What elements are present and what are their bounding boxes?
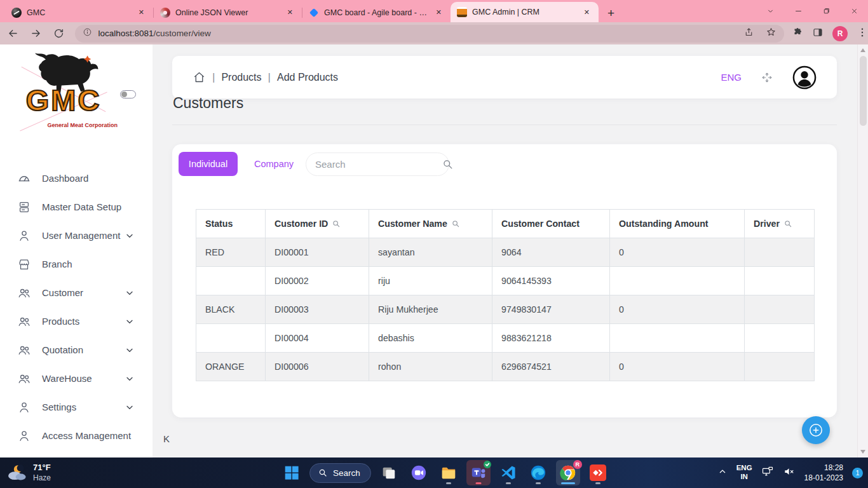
table-row[interactable]: BLACKDI00003Riju Mukherjee97498301470 <box>196 295 815 324</box>
search-input[interactable] <box>315 159 442 170</box>
tab-close-icon[interactable]: ✕ <box>433 7 444 18</box>
sidebar-item-dashboard[interactable]: Dashboard <box>0 164 153 193</box>
table-cell <box>196 267 266 295</box>
address-bar[interactable]: localhost:8081/customer/view <box>75 25 784 43</box>
breadcrumb-products[interactable]: Products <box>221 72 261 83</box>
column-search-icon[interactable] <box>332 219 341 228</box>
column-search-icon[interactable] <box>783 219 792 228</box>
chevron-down-icon[interactable] <box>125 345 135 355</box>
taskbar-search[interactable]: Search <box>309 463 371 483</box>
browser-tab[interactable]: Online JSON Viewer✕ <box>154 3 302 22</box>
column-search-icon[interactable] <box>451 219 460 228</box>
tab-individual[interactable]: Individual <box>179 152 238 176</box>
mute-speaker-icon[interactable] <box>783 465 796 480</box>
browser-profile-avatar[interactable]: R <box>832 26 848 41</box>
chevron-down-icon[interactable] <box>125 316 135 327</box>
tab-close-icon[interactable]: ✕ <box>581 7 592 18</box>
sidebar-item-label: User Management <box>42 230 125 241</box>
taskbar-edge-icon[interactable] <box>526 460 550 485</box>
browser-tab[interactable]: GMC Admin | CRM✕ <box>451 2 599 22</box>
add-customer-fab[interactable] <box>802 416 830 444</box>
network-icon[interactable] <box>761 465 774 480</box>
site-info-icon[interactable] <box>83 27 92 39</box>
sidebar-item-branch[interactable]: Branch <box>0 250 153 278</box>
browser-tab[interactable]: GMC✕ <box>5 3 153 22</box>
new-tab-button[interactable]: + <box>607 7 614 19</box>
language-selector[interactable]: ENG <box>721 72 742 83</box>
search-icon[interactable] <box>442 158 454 170</box>
sidebar-item-quotation[interactable]: Quotation <box>0 336 153 364</box>
tray-language[interactable]: ENG IN <box>736 464 752 482</box>
sidebar-item-warehouse[interactable]: WareHouse <box>0 364 153 393</box>
forward-button[interactable] <box>27 24 46 43</box>
close-window-button[interactable] <box>840 0 868 22</box>
taskbar-quick-share-icon[interactable] <box>586 460 610 485</box>
chevron-down-icon[interactable] <box>125 288 135 298</box>
sidebar-item-customer[interactable]: Customer <box>0 278 153 307</box>
reload-button[interactable] <box>50 24 69 43</box>
breadcrumb-separator: | <box>212 71 215 84</box>
chevron-down-icon[interactable] <box>125 231 135 241</box>
weather-icon <box>6 464 28 482</box>
tab-favicon <box>160 8 170 18</box>
notification-badge[interactable]: 1 <box>852 468 863 478</box>
taskbar-teams-icon[interactable] <box>466 460 491 485</box>
app-header: | Products | Add Products ENG <box>172 56 837 98</box>
scroll-up-icon[interactable] <box>860 48 865 52</box>
sidebar-item-master-data-setup[interactable]: Master Data Setup <box>0 193 153 221</box>
user-avatar-icon[interactable] <box>792 65 817 90</box>
tab-close-icon[interactable]: ✕ <box>285 7 295 18</box>
presence-check-badge <box>484 461 491 468</box>
maximize-button[interactable] <box>812 0 840 22</box>
taskbar-vscode-icon[interactable] <box>496 460 520 485</box>
table-row[interactable]: DI00002riju9064145393 <box>196 267 815 295</box>
table-cell <box>745 324 815 353</box>
table-row[interactable]: REDDI00001sayantan90640 <box>196 238 815 267</box>
gmc-logo: GMC General Meat Corporation <box>0 51 153 146</box>
side-panel-icon[interactable] <box>812 27 824 41</box>
chevron-down-icon[interactable] <box>125 402 135 412</box>
scroll-down-icon[interactable] <box>860 450 865 454</box>
clock[interactable]: 18:28 18-01-2023 <box>804 463 843 483</box>
sidebar-toggle[interactable] <box>120 90 136 98</box>
taskbar-chrome-icon[interactable]: R <box>556 460 580 485</box>
home-icon[interactable] <box>193 71 206 84</box>
bookmark-star-icon[interactable] <box>766 27 776 40</box>
column-header: Driver <box>745 210 815 238</box>
taskbar-chat-icon[interactable] <box>407 460 431 485</box>
move-arrows-icon[interactable] <box>761 71 773 84</box>
taskbar-file-explorer-icon[interactable] <box>437 460 461 485</box>
tab-title: Online JSON Viewer <box>175 8 280 17</box>
tab-search-chevron-icon[interactable] <box>756 0 784 22</box>
back-button[interactable] <box>4 24 23 43</box>
browser-tab[interactable]: GMC board - Agile board - Jira✕ <box>302 3 451 22</box>
extensions-puzzle-icon[interactable] <box>792 27 803 41</box>
breadcrumb-add-products[interactable]: Add Products <box>277 72 338 83</box>
sidebar-item-label: Quotation <box>42 344 125 355</box>
sidebar-item-user-management[interactable]: User Management <box>0 221 153 250</box>
table-cell: DI00004 <box>266 324 369 353</box>
page-scrollbar[interactable] <box>857 44 868 458</box>
logo-title: GMC <box>0 83 127 118</box>
url-text: localhost:8081/customer/view <box>98 29 211 38</box>
tray-chevron-up-icon[interactable] <box>717 466 728 479</box>
sidebar-item-access-management[interactable]: Access Management <box>0 421 153 450</box>
browser-menu-icon[interactable] <box>857 27 868 41</box>
sidebar-item-label: WareHouse <box>42 373 125 384</box>
chevron-down-icon[interactable] <box>125 374 135 384</box>
sidebar-item-settings[interactable]: Settings <box>0 393 153 421</box>
sidebar-item-products[interactable]: Products <box>0 307 153 336</box>
share-icon[interactable] <box>743 27 754 40</box>
weather-widget[interactable]: 71°F Haze <box>6 463 51 482</box>
minimize-button[interactable] <box>784 0 812 22</box>
table-cell <box>196 324 266 353</box>
table-row[interactable]: ORANGEDI00006rohon62968745210 <box>196 353 815 381</box>
tab-company[interactable]: Company <box>243 152 304 176</box>
table-row[interactable]: DI00004debashis9883621218 <box>196 324 815 353</box>
weather-condition: Haze <box>33 473 51 483</box>
scrollbar-thumb[interactable] <box>860 56 867 126</box>
tab-close-icon[interactable]: ✕ <box>136 7 147 18</box>
logo-subtitle: General Meat Corporation <box>0 122 118 128</box>
taskbar-task-view-icon[interactable] <box>377 460 401 485</box>
taskbar-start-icon[interactable] <box>280 460 304 485</box>
